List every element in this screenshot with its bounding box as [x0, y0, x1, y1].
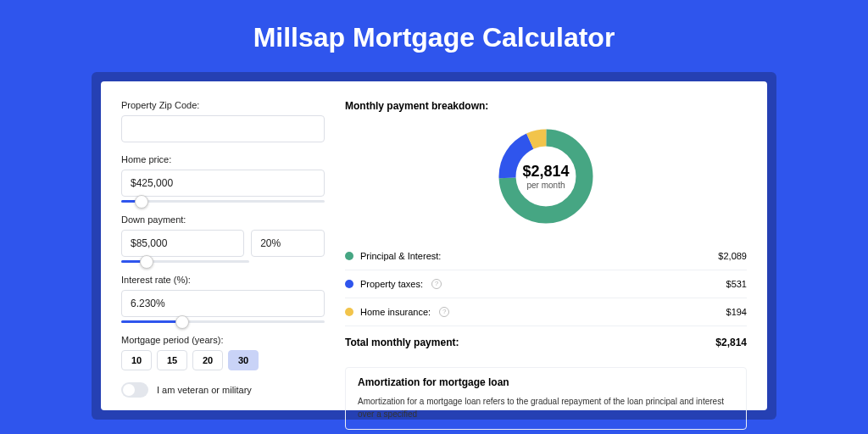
amortization-box: Amortization for mortgage loan Amortizat… [345, 367, 747, 430]
help-icon[interactable]: ? [431, 279, 442, 289]
breakdown-label: Home insurance: [360, 307, 431, 317]
period-option-30[interactable]: 30 [228, 350, 259, 370]
zip-label: Property Zip Code: [121, 100, 325, 110]
zip-input[interactable] [121, 115, 325, 142]
home-price-field: Home price: [121, 154, 325, 203]
veteran-toggle[interactable] [121, 382, 148, 398]
period-label: Mortgage period (years): [121, 335, 325, 345]
home-price-slider[interactable] [121, 200, 325, 203]
donut-amount: $2,814 [522, 163, 569, 181]
form-column: Property Zip Code: Home price: Down paym… [121, 100, 325, 410]
help-icon[interactable]: ? [439, 307, 449, 317]
breakdown-value: $2,089 [718, 251, 747, 261]
down-payment-slider[interactable] [121, 260, 249, 263]
results-column: Monthly payment breakdown: $2,814 per mo… [345, 100, 747, 410]
card-outer: Property Zip Code: Home price: Down paym… [92, 72, 776, 420]
rate-label: Interest rate (%): [121, 275, 325, 285]
breakdown-row: Home insurance:?$194 [345, 298, 747, 326]
period-field: Mortgage period (years): 10152030 [121, 335, 325, 370]
period-option-10[interactable]: 10 [121, 350, 152, 370]
breakdown-title: Monthly payment breakdown: [345, 100, 747, 112]
down-payment-input[interactable] [121, 230, 244, 257]
amortization-text: Amortization for a mortgage loan refers … [358, 395, 734, 420]
rate-field: Interest rate (%): [121, 275, 325, 323]
calculator-card: Property Zip Code: Home price: Down paym… [101, 81, 767, 410]
period-options: 10152030 [121, 350, 325, 370]
donut-center: $2,814 per month [495, 125, 597, 227]
home-price-label: Home price: [121, 154, 325, 164]
period-option-20[interactable]: 20 [192, 350, 223, 370]
breakdown-legend: Principal & Interest: [345, 251, 441, 261]
toggle-knob [123, 384, 135, 396]
breakdown-rows: Principal & Interest:$2,089Property taxe… [345, 242, 747, 326]
home-price-slider-thumb[interactable] [135, 195, 148, 209]
veteran-label: I am veteran or military [157, 385, 252, 395]
breakdown-legend: Property taxes:? [345, 279, 442, 289]
legend-dot-icon [345, 308, 353, 316]
breakdown-row: Principal & Interest:$2,089 [345, 242, 747, 270]
amortization-title: Amortization for mortgage loan [358, 376, 734, 388]
down-payment-label: Down payment: [121, 214, 325, 225]
total-value: $2,814 [715, 337, 747, 348]
down-payment-slider-thumb[interactable] [140, 255, 153, 269]
legend-dot-icon [345, 252, 353, 260]
breakdown-legend: Home insurance:? [345, 307, 449, 317]
period-option-15[interactable]: 15 [157, 350, 187, 370]
breakdown-row: Property taxes:?$531 [345, 270, 747, 298]
breakdown-value: $194 [726, 307, 747, 317]
total-row: Total monthly payment: $2,814 [345, 326, 747, 359]
down-payment-field: Down payment: [121, 214, 325, 263]
down-payment-pct-input[interactable] [251, 230, 325, 257]
donut-sub: per month [526, 181, 565, 190]
rate-slider-thumb[interactable] [175, 315, 189, 329]
page-title: Millsap Mortgage Calculator [0, 0, 868, 72]
monthly-payment-donut: $2,814 per month [495, 125, 597, 227]
zip-field: Property Zip Code: [121, 100, 325, 142]
donut-wrap: $2,814 per month [345, 120, 747, 242]
total-label: Total monthly payment: [345, 337, 459, 348]
home-price-input[interactable] [121, 170, 325, 197]
legend-dot-icon [345, 280, 353, 288]
rate-slider[interactable] [121, 320, 325, 323]
breakdown-label: Property taxes: [360, 279, 423, 289]
veteran-row: I am veteran or military [121, 382, 325, 398]
rate-slider-fill [121, 320, 182, 323]
rate-input[interactable] [121, 290, 325, 317]
breakdown-label: Principal & Interest: [360, 251, 441, 261]
breakdown-value: $531 [726, 279, 747, 289]
